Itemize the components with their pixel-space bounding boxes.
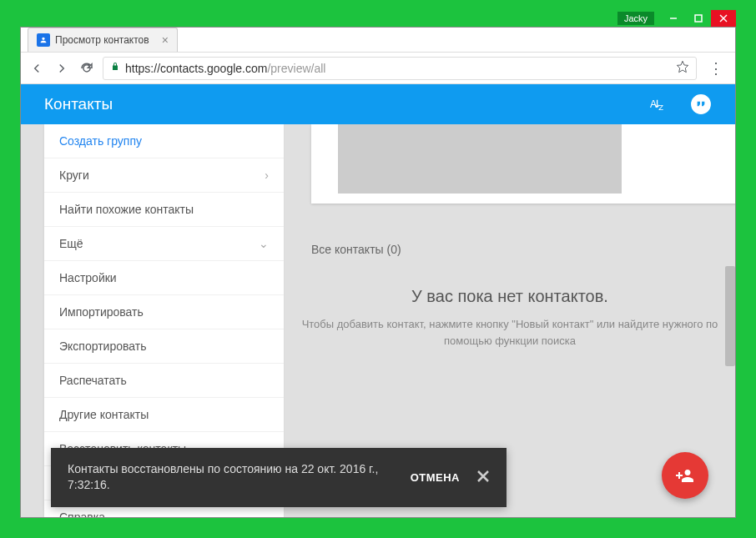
minimize-button[interactable] [661, 10, 686, 27]
url-input[interactable]: https://contacts.google.com/preview/all [103, 57, 697, 80]
chevron-down-icon: ⌄ [259, 237, 269, 250]
browser-tab[interactable]: Просмотр контактов × [28, 28, 178, 52]
tab-title: Просмотр контактов [55, 34, 149, 46]
maximize-button[interactable] [686, 10, 711, 27]
sidebar-item-create-group[interactable]: Создать группу [44, 124, 284, 158]
toast-message: Контакты восстановлены по состоянию на 2… [68, 461, 411, 494]
page-content: Контакты AZ Создать группу Круги› Найти … [21, 84, 735, 517]
empty-title: У вас пока нет контактов. [285, 287, 735, 306]
window-frame: Jacky Просмотр контактов × https://conta… [0, 0, 756, 538]
toast-close-icon[interactable] [476, 470, 490, 485]
svg-text:Z: Z [658, 103, 663, 112]
scrollbar[interactable] [725, 266, 735, 366]
tab-close-icon[interactable]: × [162, 33, 169, 47]
browser-menu-icon[interactable]: ⋮ [703, 59, 728, 78]
app-header: Контакты AZ [21, 84, 735, 124]
sort-az-icon[interactable]: AZ [650, 96, 670, 113]
svg-rect-1 [695, 15, 702, 22]
sidebar-item-import[interactable]: Импортировать [44, 295, 284, 329]
app-title: Контакты [44, 95, 113, 113]
sidebar-item-other-contacts[interactable]: Другие контакты [44, 398, 284, 432]
chevron-right-icon: › [265, 168, 269, 182]
address-bar: https://contacts.google.com/preview/all … [21, 53, 735, 84]
sidebar-item-circles[interactable]: Круги› [44, 158, 284, 193]
toast-notification: Контакты восстановлены по состоянию на 2… [51, 448, 507, 507]
hangouts-icon[interactable] [690, 93, 712, 115]
sidebar-item-find-similar[interactable]: Найти похожие контакты [44, 193, 284, 227]
titlebar: Jacky [617, 10, 736, 27]
svg-text:A: A [650, 98, 657, 110]
tab-favicon-icon [37, 33, 50, 47]
svg-marker-4 [677, 61, 688, 72]
empty-state: У вас пока нет контактов. Чтобы добавить… [285, 287, 735, 349]
forward-button[interactable] [53, 59, 71, 78]
user-badge: Jacky [617, 12, 654, 25]
sidebar-item-print[interactable]: Распечатать [44, 364, 284, 398]
url-text: https://contacts.google.com/preview/all [125, 62, 671, 75]
svg-point-7 [691, 94, 711, 114]
empty-subtitle: Чтобы добавить контакт, нажмите кнопку "… [285, 316, 735, 349]
bookmark-star-icon[interactable] [676, 60, 689, 77]
sidebar-item-more[interactable]: Ещё⌄ [44, 227, 284, 261]
toast-undo-button[interactable]: ОТМЕНА [411, 471, 460, 484]
tab-strip: Просмотр контактов × [21, 28, 735, 53]
browser-window: Просмотр контактов × https://contacts.go… [20, 27, 736, 518]
reload-button[interactable] [78, 59, 96, 78]
sidebar-item-export[interactable]: Экспортировать [44, 329, 284, 364]
add-contact-fab[interactable] [662, 452, 708, 499]
contacts-count-label: Все контакты (0) [311, 243, 401, 256]
card-placeholder [338, 124, 622, 194]
close-button[interactable] [711, 10, 736, 27]
sidebar-item-settings[interactable]: Настройки [44, 261, 284, 295]
lock-icon [110, 61, 120, 76]
contact-card [311, 124, 735, 204]
back-button[interactable] [28, 59, 46, 78]
